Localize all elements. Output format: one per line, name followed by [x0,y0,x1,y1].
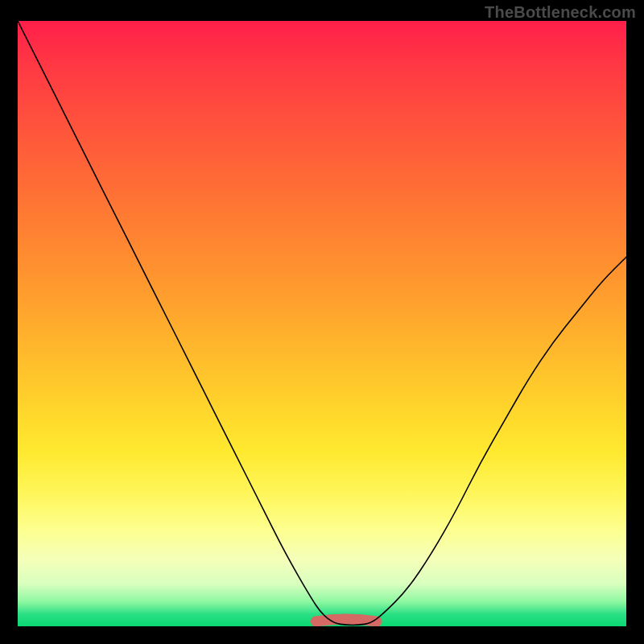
plot-area [18,21,626,626]
curve-svg [18,21,626,626]
bottleneck-curve [18,21,626,625]
chart-frame: TheBottleneck.com [0,0,644,644]
watermark-text: TheBottleneck.com [485,3,636,22]
valley-bump [316,619,377,621]
